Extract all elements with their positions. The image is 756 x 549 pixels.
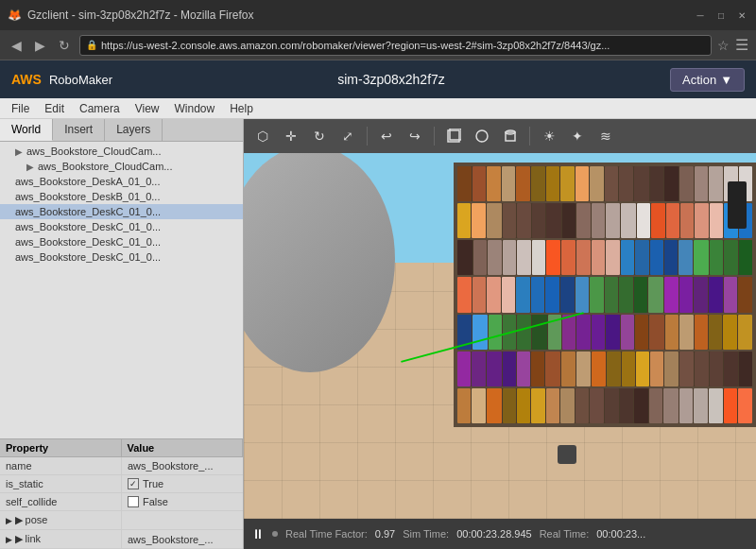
book (532, 315, 547, 350)
forward-btn[interactable]: ▶ (31, 36, 49, 55)
book (710, 203, 723, 238)
book (679, 352, 694, 386)
props-pose-value (122, 518, 243, 523)
shelf-row (457, 388, 752, 423)
checkbox-isstatic[interactable]: ✓ (128, 478, 139, 489)
tab-world[interactable]: World (0, 119, 53, 141)
props-row-pose[interactable]: ▶ pose (0, 511, 243, 530)
menu-file[interactable]: File (4, 100, 37, 117)
address-text: https://us-west-2.console.aws.amazon.com… (101, 40, 705, 51)
props-name-label: name (0, 457, 122, 474)
undo-btn[interactable]: ↩ (373, 123, 400, 149)
tab-insert[interactable]: Insert (53, 119, 105, 141)
bookmark-btn[interactable]: ☆ (717, 38, 730, 53)
book (546, 388, 559, 423)
book (576, 240, 590, 275)
tree-item-2[interactable]: aws_Bookstore_DeskA_01_0... (0, 174, 243, 189)
translate-tool-btn[interactable]: ✛ (278, 123, 304, 149)
book (634, 388, 647, 423)
tree-item-1[interactable]: ▶ aws_Bookstore_CloudCam... (0, 159, 243, 174)
add-box-btn[interactable] (440, 123, 467, 149)
book (590, 388, 603, 423)
menu-help[interactable]: Help (222, 100, 261, 117)
spot-light-btn[interactable]: ≋ (593, 123, 619, 149)
book (606, 315, 619, 350)
redo-btn[interactable]: ↪ (402, 123, 428, 149)
book (546, 240, 559, 275)
book (487, 352, 502, 386)
book (621, 315, 634, 350)
book (694, 240, 709, 275)
book (607, 352, 620, 386)
props-link-value: aws_Bookstore_... (122, 531, 243, 548)
book (489, 315, 502, 350)
menu-edit[interactable]: Edit (37, 100, 72, 117)
add-sphere-btn[interactable] (469, 123, 495, 149)
menu-window[interactable]: Window (167, 100, 223, 117)
tree-item-7[interactable]: aws_Bookstore_DeskC_01_0... (0, 249, 243, 265)
props-row-isstatic[interactable]: is_static ✓ True (0, 475, 243, 493)
tree-item-4[interactable]: aws_Bookstore_DeskC_01_0... (0, 204, 243, 219)
book (606, 203, 619, 238)
book (517, 203, 530, 238)
select-tool-btn[interactable]: ⬡ (249, 123, 276, 149)
back-btn[interactable]: ◀ (8, 36, 26, 55)
scale-tool-btn[interactable]: ⤢ (335, 123, 361, 149)
svg-point-2 (476, 130, 488, 142)
browser-menu-btn[interactable]: ☰ (735, 36, 748, 54)
close-btn[interactable]: ✕ (735, 9, 748, 22)
tree-item-6[interactable]: aws_Bookstore_DeskC_01_0... (0, 234, 243, 249)
checkbox-selfcollide[interactable] (128, 496, 139, 507)
book (709, 166, 723, 201)
lock-icon: 🔒 (86, 40, 97, 50)
book (457, 166, 472, 201)
props-col-name: Property (0, 439, 122, 456)
book (709, 277, 723, 312)
point-light-btn[interactable]: ✦ (564, 123, 591, 149)
book (457, 240, 472, 275)
tree-item-label: aws_Bookstore_DeskA_01_0... (15, 176, 160, 187)
book (724, 352, 737, 386)
status-dot (272, 531, 278, 537)
viewport[interactable]: ⬡ ✛ ↻ ⤢ ↩ ↪ ☀ ✦ ≋ (244, 119, 756, 549)
tree-item-5[interactable]: aws_Bookstore_DeskC_01_0... (0, 219, 243, 234)
rotate-tool-btn[interactable]: ↻ (306, 123, 333, 149)
book (622, 352, 635, 386)
props-row-name[interactable]: name aws_Bookstore_... (0, 457, 243, 475)
menu-view[interactable]: View (128, 100, 167, 117)
book (710, 352, 723, 386)
tree-item-3[interactable]: aws_Bookstore_DeskB_01_0... (0, 189, 243, 204)
address-bar[interactable]: 🔒 https://us-west-2.console.aws.amazon.c… (79, 35, 712, 56)
tab-layers[interactable]: Layers (105, 119, 163, 141)
book (532, 240, 545, 275)
app-logo: AWS (11, 72, 42, 87)
book (605, 166, 619, 201)
book (531, 277, 545, 312)
refresh-btn[interactable]: ↻ (55, 36, 74, 55)
book (724, 240, 737, 275)
book (487, 203, 502, 238)
book (649, 388, 662, 423)
book (545, 352, 559, 386)
pause-btn[interactable]: ⏸ (251, 526, 265, 541)
rtf-label: Real Time Factor: (285, 528, 368, 540)
props-row-link[interactable]: ▶ link aws_Bookstore_... (0, 530, 243, 549)
dir-light-btn[interactable]: ☀ (536, 123, 562, 149)
book (516, 277, 530, 312)
sim-time-value: 00:00:23.28.945 (456, 528, 532, 540)
book (621, 203, 636, 238)
maximize-btn[interactable]: □ (714, 9, 728, 22)
book (517, 315, 530, 350)
tree-item-0[interactable]: ▶ aws_Bookstore_CloudCam... (0, 144, 243, 159)
book (546, 166, 560, 201)
menu-camera[interactable]: Camera (72, 100, 128, 117)
add-cylinder-btn[interactable] (497, 123, 524, 149)
properties-header: Property Value (0, 439, 243, 457)
book (634, 277, 648, 312)
action-button[interactable]: Action ▼ (670, 68, 745, 92)
book (562, 315, 576, 350)
props-row-selfcollide[interactable]: self_collide False (0, 493, 243, 511)
book (457, 203, 471, 238)
shelf-row (457, 240, 752, 275)
minimize-btn[interactable]: ─ (694, 9, 707, 22)
